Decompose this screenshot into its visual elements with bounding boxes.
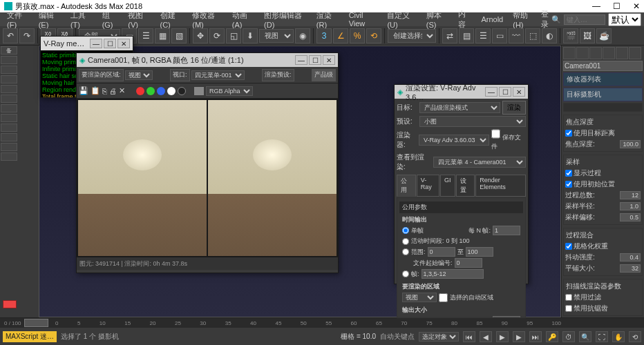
rfw-channel-mono[interactable] (178, 87, 186, 95)
time-config-button[interactable]: ⏱ (562, 331, 575, 342)
grid-label[interactable]: 栅格 = 10.0 (341, 332, 376, 342)
undo-button[interactable]: ↶ (3, 28, 18, 43)
chk-normalize[interactable] (565, 243, 572, 250)
rfw-copy-icon[interactable]: 📋 (91, 86, 100, 95)
spinner-range-from[interactable] (428, 247, 455, 257)
render-button[interactable]: ☕ (596, 28, 612, 43)
panel-tab-modify[interactable] (576, 47, 589, 59)
login-label[interactable]: 登录 (541, 9, 549, 30)
menu-modifier[interactable]: 修改器(M) (188, 9, 227, 30)
spinner-bias[interactable]: 0.5 (620, 213, 641, 221)
tool-b[interactable] (1, 66, 17, 74)
rfw-close[interactable]: ✕ (323, 55, 335, 65)
radio-single[interactable] (402, 227, 409, 234)
spinner-aperture[interactable] (493, 316, 520, 318)
spinner-passes[interactable]: 12 (620, 191, 641, 199)
tool-f[interactable] (1, 104, 17, 112)
timeline-slider[interactable] (24, 319, 48, 327)
rfw-swatch[interactable] (194, 87, 204, 95)
object-name-field[interactable] (563, 61, 643, 71)
vray-msg-max[interactable]: ☐ (104, 39, 116, 48)
rfw-render-button[interactable]: 产品级 (312, 69, 336, 81)
spinner-range-to[interactable] (466, 247, 493, 257)
window-crossing-button[interactable]: ▧ (171, 28, 187, 43)
rfw-area-dropdown[interactable]: 视图 (125, 70, 153, 80)
layer-button[interactable]: ☰ (475, 28, 491, 43)
ribbon-button[interactable]: ▭ (492, 28, 507, 43)
chk-auto-region[interactable] (439, 293, 448, 302)
spinner-every-n[interactable] (493, 226, 520, 235)
place-button[interactable]: ⬇ (243, 28, 258, 43)
rsetup-min[interactable]: — (485, 87, 498, 97)
menu-arnold[interactable]: Arnold (477, 14, 507, 25)
move-button[interactable]: ✥ (193, 28, 208, 43)
chk-show-process[interactable] (565, 170, 572, 177)
modifier-item[interactable]: 目标摄影机 (563, 88, 643, 101)
zoom-button[interactable]: 🔍 (579, 331, 591, 342)
spinner-dither[interactable]: 0.4 (620, 253, 641, 262)
panel-tab-display[interactable] (616, 47, 628, 59)
rfw-min[interactable]: — (295, 55, 307, 65)
tab-vray[interactable]: V-Ray (417, 175, 439, 197)
goto-end-button[interactable]: ⏭ (529, 331, 542, 342)
radio-frames[interactable] (402, 270, 409, 277)
tool-h[interactable] (1, 124, 17, 132)
rfw-channel-red[interactable] (136, 87, 144, 95)
play-button[interactable]: ▶ (496, 331, 509, 342)
select-region-button[interactable]: ▦ (155, 28, 170, 43)
rfw-clear-icon[interactable]: ✕ (119, 86, 125, 95)
menu-group[interactable]: 组(G) (98, 9, 123, 30)
auto-key-label[interactable]: 自动关键点 (380, 332, 415, 342)
spinner-radius[interactable]: 1.0 (620, 202, 641, 210)
menu-animation[interactable]: 动画(A) (228, 9, 258, 30)
snap-3d-button[interactable]: 3 (316, 28, 332, 43)
named-selection-dropdown[interactable]: 创建选择集 (388, 29, 436, 43)
rfw-save-icon[interactable]: 💾 (79, 86, 88, 95)
tool-i[interactable] (1, 133, 17, 141)
workspace-dropdown[interactable]: 默认 (608, 13, 641, 26)
rsetup-close[interactable]: ✕ (513, 87, 525, 97)
scale-button[interactable]: ◱ (226, 28, 241, 43)
zoom-all-button[interactable]: ⛶ (596, 331, 608, 342)
menu-create[interactable]: 创建(C) (156, 9, 187, 30)
modifier-list-header[interactable]: 修改器列表 (563, 72, 643, 86)
rsetup-preset-dropdown[interactable]: 小图 (419, 116, 526, 127)
tool-j[interactable] (1, 143, 17, 151)
pivot-button[interactable]: ◉ (295, 28, 310, 43)
chk-disable-filter[interactable] (565, 294, 572, 301)
pan-button[interactable]: ✋ (612, 331, 625, 342)
input-frames[interactable] (422, 269, 484, 279)
menu-edit[interactable]: 编辑(E) (35, 9, 65, 30)
menu-script[interactable]: 脚本(S) (422, 9, 453, 30)
spinner-focus-depth[interactable]: 100.0 (620, 140, 641, 148)
rfw-clone-icon[interactable]: ⎘ (102, 87, 107, 95)
tool-d[interactable] (1, 85, 17, 93)
tool-g[interactable] (1, 114, 17, 122)
timeline[interactable]: 0 / 100 05101520253035404550556065707580… (0, 318, 644, 328)
rfw-channel-blue[interactable] (157, 87, 165, 95)
timeline-play-toggle[interactable] (3, 300, 17, 308)
next-frame-button[interactable]: ▶ (513, 331, 525, 342)
rsetup-max[interactable]: ☐ (499, 87, 511, 97)
render-frame-button[interactable]: 🖼 (580, 28, 595, 43)
tab-common[interactable]: 公用 (397, 175, 416, 197)
area-dropdown[interactable]: 视图 (402, 293, 437, 302)
percent-snap-button[interactable]: % (350, 28, 365, 43)
curve-editor-button[interactable]: 〰 (509, 28, 524, 43)
tool-a[interactable] (1, 56, 17, 64)
menu-custom[interactable]: 自定义(U) (383, 9, 420, 30)
spinner-tile[interactable]: 32 (620, 264, 641, 273)
menu-search-input[interactable] (564, 14, 605, 25)
material-editor-button[interactable]: ◐ (542, 28, 557, 43)
vray-msg-close[interactable]: ✕ (117, 39, 130, 48)
mirror-button[interactable]: ⇄ (442, 28, 457, 43)
rfw-channel-alpha[interactable] (167, 87, 176, 95)
select-name-button[interactable]: ☰ (138, 28, 153, 43)
key-target-dropdown[interactable]: 选定对象 (419, 332, 459, 342)
menu-help[interactable]: 帮助(H) (509, 9, 540, 30)
rfw-viewport-dropdown[interactable]: 四元菜单-001 (191, 70, 245, 80)
redo-button[interactable]: ↷ (19, 28, 35, 43)
rollout-common[interactable]: 公用参数 (399, 201, 523, 213)
render-setup-button[interactable]: 🎬 (563, 28, 578, 43)
panel-tab-motion[interactable] (603, 47, 615, 59)
